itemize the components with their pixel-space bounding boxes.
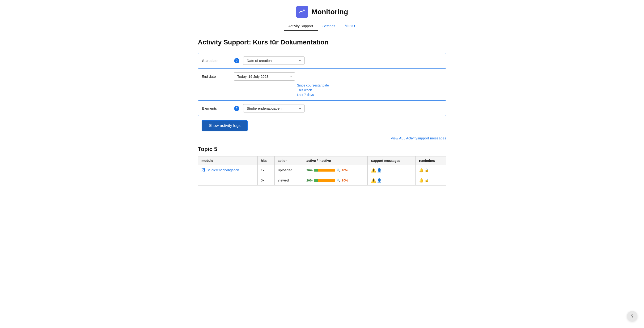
pct-green: 20% <box>306 168 312 172</box>
hits-cell: 1x <box>257 165 274 175</box>
elements-row: Elements ? Studierendenabgaben All eleme… <box>198 100 446 116</box>
pct-orange: 80% <box>342 168 348 172</box>
person-icon: 👤 <box>377 168 382 173</box>
page-title: Activity Support: Kurs für Dokumentation <box>198 39 446 46</box>
module-link[interactable]: 🖼 Studierendenabgaben <box>201 168 254 172</box>
lock-icon-2: 🔒 <box>425 178 429 182</box>
col-hits: hits <box>257 156 274 165</box>
hits-cell-2: 6x <box>257 175 274 185</box>
person-icon-2: 👤 <box>377 178 382 183</box>
col-module: module <box>198 156 258 165</box>
icon-cell: ⚠️ 👤 <box>371 168 412 173</box>
module-cell-empty <box>198 175 258 185</box>
progress-green-2 <box>314 179 318 182</box>
elements-help-icon[interactable]: ? <box>234 106 240 111</box>
start-date-help-icon[interactable]: ? <box>234 58 240 63</box>
pct-orange-2: 80% <box>342 179 348 182</box>
show-button-container: Show activity logs <box>198 118 446 136</box>
end-date-row: End date Today, 19 July 2023 Custom date <box>198 70 446 83</box>
active-inactive-cell-2: 20% 🔍 80% <box>303 175 368 185</box>
show-activity-logs-button[interactable]: Show activity logs <box>202 120 248 131</box>
warning-icon[interactable]: ⚠️ <box>371 168 376 173</box>
bell-icon[interactable]: 🔔 <box>419 168 424 173</box>
reminders-icon-cell-2: 🔔 🔒 <box>419 178 443 183</box>
bell-icon-2[interactable]: 🔔 <box>419 178 424 183</box>
progress-container: 20% 🔍 80% <box>306 168 364 172</box>
progress-bar-2 <box>314 179 335 182</box>
warning-icon-2[interactable]: ⚠️ <box>371 178 376 183</box>
quick-link-coursestartdate[interactable]: Since coursestartdate <box>297 83 446 87</box>
header-top: Monitoring <box>296 6 348 18</box>
lock-icon: 🔒 <box>425 168 429 172</box>
active-inactive-cell: 20% 🔍 80% <box>303 165 368 175</box>
header: Monitoring Activity Support Settings Mor… <box>0 0 644 31</box>
view-all-link[interactable]: View ALL Activitysupport messages <box>198 136 446 140</box>
end-date-select[interactable]: Today, 19 July 2023 Custom date <box>234 72 295 81</box>
topic-title: Topic 5 <box>198 146 446 152</box>
app-icon <box>296 6 308 18</box>
nav-tabs: Activity Support Settings More ▾ <box>284 22 360 31</box>
app-title: Monitoring <box>312 8 348 16</box>
start-date-row: Start date ? Date of creation Custom dat… <box>198 53 446 69</box>
table-header-row: module hits action active / inactive sup… <box>198 156 446 165</box>
quick-link-this-week[interactable]: This week <box>297 88 446 92</box>
quick-links: Since coursestartdate This week Last 7 d… <box>198 83 446 97</box>
start-date-label: Start date <box>202 59 230 63</box>
module-cell: 🖼 Studierendenabgaben <box>198 165 258 175</box>
end-date-label: End date <box>202 75 230 79</box>
col-reminders: reminders <box>416 156 446 165</box>
progress-orange-2 <box>318 179 335 182</box>
reminders-icon-cell: 🔔 🔒 <box>419 168 443 173</box>
action-cell-2: viewed <box>274 175 303 185</box>
pct-green-2: 20% <box>306 179 312 182</box>
reminders-cell-2: 🔔 🔒 <box>416 175 446 185</box>
quick-link-last7days[interactable]: Last 7 days <box>297 93 446 97</box>
progress-green <box>314 169 318 172</box>
search-icon: 🔍 <box>337 168 340 172</box>
reminders-cell: 🔔 🔒 <box>416 165 446 175</box>
main-content: Activity Support: Kurs für Dokumentation… <box>192 31 452 193</box>
start-date-select[interactable]: Date of creation Custom date <box>243 57 304 65</box>
tab-more[interactable]: More ▾ <box>340 22 360 31</box>
action-cell: uploaded <box>274 165 303 175</box>
support-messages-cell: ⚠️ 👤 <box>368 165 416 175</box>
col-support-messages: support messages <box>368 156 416 165</box>
tab-settings[interactable]: Settings <box>318 22 340 31</box>
icon-cell-2: ⚠️ 👤 <box>371 178 412 183</box>
elements-label: Elements <box>202 106 230 110</box>
elements-select[interactable]: Studierendenabgaben All elements <box>243 104 304 113</box>
progress-container-2: 20% 🔍 80% <box>306 179 364 182</box>
search-icon-2: 🔍 <box>337 179 340 182</box>
support-messages-cell-2: ⚠️ 👤 <box>368 175 416 185</box>
progress-bar <box>314 169 335 172</box>
progress-orange <box>318 169 335 172</box>
col-active-inactive: active / inactive <box>303 156 368 165</box>
chevron-down-icon: ▾ <box>354 24 356 28</box>
module-icon: 🖼 <box>201 168 205 172</box>
table-row: 6x viewed 20% 🔍 80% ⚠️ <box>198 175 446 185</box>
activity-table: module hits action active / inactive sup… <box>198 156 446 185</box>
tab-activity-support[interactable]: Activity Support <box>284 22 318 31</box>
col-action: action <box>274 156 303 165</box>
table-row: 🖼 Studierendenabgaben 1x uploaded 20% 🔍 <box>198 165 446 175</box>
